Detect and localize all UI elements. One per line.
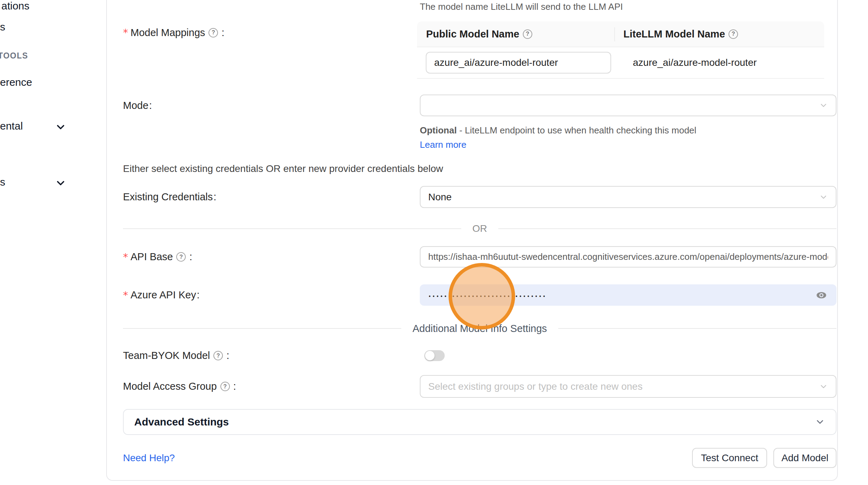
model-access-group-select[interactable]: Select existing groups or type to create…: [420, 375, 836, 398]
additional-settings-divider-text: Additional Model Info Settings: [401, 323, 558, 334]
column-header-public-model-name: Public Model Name ?: [417, 21, 614, 47]
sidebar-item-label: s: [0, 21, 5, 33]
sidebar-item-ental[interactable]: ental: [0, 120, 23, 132]
sidebar-section-label: TOOLS: [0, 51, 28, 60]
masked-api-key: ••••••••••••••••••••••••••••••: [428, 292, 547, 299]
litellm-model-name-value: azure_ai/azure-model-router: [633, 57, 757, 68]
existing-credentials-value: None: [428, 192, 452, 203]
api-base-value: https://ishaa-mh6uutut-swedencentral.cog…: [428, 251, 828, 262]
toggle-visibility-button[interactable]: [815, 290, 828, 301]
chevron-down-icon: [819, 101, 828, 110]
label-colon: :: [233, 381, 236, 392]
sidebar-item-s1[interactable]: s: [0, 21, 5, 33]
label-colon: :: [226, 350, 229, 361]
column-divider: [614, 27, 615, 41]
learn-more-link[interactable]: Learn more: [420, 139, 466, 150]
label-colon: :: [213, 191, 216, 203]
table-row: azure_ai/azure-model-router: [417, 47, 824, 79]
or-divider: OR: [123, 223, 836, 234]
sidebar-item-label: ental: [0, 120, 23, 132]
mode-helper-text: Optional - LiteLLM endpoint to use when …: [420, 123, 708, 152]
eye-icon: [815, 290, 828, 301]
chevron-down-icon: [815, 417, 825, 427]
sidebar-item-label: erence: [0, 76, 32, 88]
team-byok-label: Team-BYOK Model ? :: [123, 350, 229, 361]
add-model-page: ations s TOOLS erence ental s The model …: [0, 0, 868, 485]
mode-helper-body: - LiteLLM endpoint to use when health ch…: [457, 125, 696, 136]
test-connect-button[interactable]: Test Connect: [692, 448, 767, 468]
required-asterisk: *: [123, 27, 128, 39]
model-mappings-table: Public Model Name ? LiteLLM Model Name ?…: [417, 21, 824, 79]
sidebar-item-erence[interactable]: erence: [0, 76, 32, 88]
public-model-name-input[interactable]: [426, 52, 611, 74]
team-byok-label-text: Team-BYOK Model: [123, 350, 210, 361]
model-mappings-label-text: Model Mappings: [131, 27, 205, 39]
model-access-group-placeholder: Select existing groups or type to create…: [428, 381, 643, 392]
chevron-down-icon[interactable]: [55, 177, 67, 189]
label-colon: :: [189, 251, 192, 263]
model-name-helper-text: The model name LiteLLM will send to the …: [420, 1, 623, 12]
add-model-button[interactable]: Add Model: [773, 448, 836, 468]
chevron-down-icon: [819, 382, 828, 391]
sidebar: ations s TOOLS erence ental s: [0, 0, 106, 485]
existing-credentials-label-text: Existing Credentials: [123, 191, 213, 203]
sidebar-item-label: s: [0, 176, 5, 188]
divider-line: [123, 328, 401, 329]
help-icon[interactable]: ?: [220, 382, 230, 391]
api-base-input[interactable]: https://ishaa-mh6uutut-swedencentral.cog…: [420, 246, 836, 268]
chevron-down-icon: [819, 193, 828, 202]
advanced-settings-title: Advanced Settings: [134, 416, 815, 428]
sidebar-section-tools: TOOLS: [0, 51, 28, 61]
required-asterisk: *: [123, 289, 128, 301]
mode-select[interactable]: [420, 95, 836, 116]
label-colon: :: [221, 27, 224, 39]
mode-label: Mode :: [123, 95, 152, 116]
additional-settings-divider: Additional Model Info Settings: [123, 323, 836, 334]
divider-line: [558, 328, 836, 329]
api-base-label-text: API Base: [131, 251, 173, 263]
need-help-link[interactable]: Need Help?: [123, 448, 175, 468]
credentials-note: Either select existing credentials OR en…: [123, 163, 443, 174]
divider-line: [498, 228, 836, 229]
mode-label-text: Mode: [123, 100, 149, 111]
existing-credentials-label: Existing Credentials :: [123, 186, 216, 208]
sidebar-item-label: ations: [1, 0, 29, 12]
sidebar-item-ations[interactable]: ations: [1, 0, 29, 12]
column-header-litellm-model-name: LiteLLM Model Name ?: [614, 21, 824, 47]
azure-api-key-label-text: Azure API Key: [131, 289, 196, 301]
team-byok-toggle[interactable]: [424, 350, 445, 361]
or-divider-text: OR: [461, 223, 498, 234]
advanced-settings-header[interactable]: Advanced Settings: [123, 409, 836, 435]
help-icon[interactable]: ?: [209, 28, 218, 37]
help-icon[interactable]: ?: [176, 252, 186, 262]
model-mappings-label: * Model Mappings ? :: [123, 27, 224, 39]
help-icon[interactable]: ?: [729, 29, 738, 39]
help-icon[interactable]: ?: [523, 29, 532, 39]
mode-helper-bold: Optional: [420, 125, 457, 136]
model-access-group-label: Model Access Group ? :: [123, 375, 236, 398]
azure-api-key-input[interactable]: ••••••••••••••••••••••••••••••: [420, 284, 836, 306]
table-header-row: Public Model Name ? LiteLLM Model Name ?: [417, 21, 824, 47]
existing-credentials-select[interactable]: None: [420, 186, 836, 208]
toggle-knob: [425, 351, 435, 360]
model-access-group-label-text: Model Access Group: [123, 381, 217, 392]
help-icon[interactable]: ?: [213, 351, 223, 360]
label-colon: :: [197, 289, 200, 301]
divider-line: [123, 228, 461, 229]
azure-api-key-label: * Azure API Key :: [123, 284, 200, 306]
sidebar-item-s2[interactable]: s: [0, 176, 5, 188]
label-colon: :: [149, 100, 152, 111]
required-asterisk: *: [123, 251, 128, 263]
chevron-down-icon[interactable]: [55, 121, 67, 133]
api-base-label: * API Base ? :: [123, 246, 192, 268]
